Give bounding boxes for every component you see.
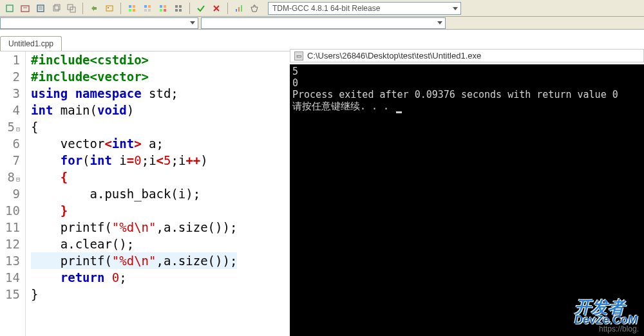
navigation-bar: [0, 17, 644, 30]
toolbar-icon-2[interactable]: [18, 2, 32, 15]
console-line: 5: [292, 66, 641, 77]
code-line[interactable]: {: [31, 118, 237, 135]
code-line[interactable]: printf("%d\n",a.size());: [31, 219, 237, 236]
code-line[interactable]: #include<vector>: [31, 68, 237, 85]
svg-rect-1: [21, 6, 29, 12]
svg-rect-22: [160, 9, 162, 12]
svg-rect-28: [236, 9, 237, 12]
code-line[interactable]: printf("%d\n",a.size());: [31, 252, 237, 269]
code-line[interactable]: {: [31, 169, 237, 185]
console-panel: ▭ C:\Users\26846\Desktop\test\test\Untit…: [290, 51, 644, 336]
file-tabs: Untitled1.cpp: [0, 30, 644, 51]
watermark-url: https://blog.: [599, 324, 639, 333]
rebuild-icon[interactable]: [171, 2, 185, 15]
line-number: 7: [0, 152, 20, 169]
code-line[interactable]: for(int i=0;i<5;i++): [31, 152, 237, 169]
function-selector[interactable]: [201, 17, 446, 29]
code-line[interactable]: using namespace std;: [31, 85, 237, 102]
watermark-logo: 开发者 DevZe.CoM: [574, 296, 638, 327]
code-line[interactable]: vector<int> a;: [31, 135, 237, 152]
line-number: 8⊟: [0, 169, 20, 185]
code-line[interactable]: int main(void): [31, 102, 237, 118]
svg-rect-15: [133, 9, 135, 12]
line-number: 12: [0, 236, 20, 252]
toolbar-separator: [227, 3, 228, 14]
console-path: C:\Users\26846\Desktop\test\test\Untitle…: [307, 51, 481, 61]
svg-rect-26: [175, 9, 178, 12]
svg-rect-12: [129, 5, 131, 8]
compiler-selector[interactable]: TDM-GCC 4.8.1 64-bit Release: [268, 2, 461, 15]
console-output[interactable]: 50Process exited after 0.09376 seconds w…: [290, 64, 644, 336]
debug-cancel-icon[interactable]: [209, 2, 223, 15]
line-number-gutter: 12345⊟678⊟9101112131415: [0, 51, 26, 336]
line-number: 14: [0, 269, 20, 286]
run-icon[interactable]: [140, 2, 155, 15]
svg-rect-18: [144, 9, 147, 12]
svg-rect-27: [179, 9, 182, 12]
code-line[interactable]: a.clear();: [31, 236, 237, 252]
code-line[interactable]: #include<cstdio>: [31, 51, 237, 68]
svg-rect-13: [133, 5, 135, 8]
code-line[interactable]: return 0;: [31, 269, 237, 286]
main-area: 12345⊟678⊟9101112131415 #include<cstdio>…: [0, 51, 644, 336]
line-number: 4: [0, 102, 20, 118]
svg-rect-20: [160, 5, 162, 8]
console-line: 请按任意键继续. . .: [292, 100, 641, 113]
code-line[interactable]: a.push_back(i);: [31, 185, 237, 202]
code-line[interactable]: }: [31, 202, 237, 219]
debug-check-icon[interactable]: [194, 2, 208, 15]
svg-rect-19: [148, 9, 151, 12]
svg-rect-29: [238, 7, 240, 12]
toolbar-separator: [120, 3, 121, 14]
console-line: 0: [292, 77, 641, 89]
toolbar-icon-5[interactable]: [64, 2, 79, 15]
svg-rect-6: [53, 6, 59, 11]
compile-icon[interactable]: [125, 2, 139, 15]
line-number: 10: [0, 202, 20, 219]
line-number: 11: [0, 219, 20, 236]
clean-icon[interactable]: [247, 2, 261, 15]
main-toolbar: TDM-GCC 4.8.1 64-bit Release: [0, 0, 644, 17]
toolbar-separator: [189, 3, 190, 14]
line-number: 6: [0, 135, 20, 152]
svg-rect-10: [106, 6, 113, 11]
code-line[interactable]: }: [31, 286, 237, 303]
toolbar-icon-4[interactable]: [49, 2, 63, 15]
class-selector[interactable]: [0, 17, 198, 29]
fold-toggle-icon[interactable]: ⊟: [16, 126, 20, 133]
svg-rect-21: [164, 5, 166, 8]
svg-rect-17: [148, 5, 151, 8]
console-line: Process exited after 0.09376 seconds wit…: [292, 89, 641, 100]
line-number: 13: [0, 252, 20, 269]
svg-rect-7: [55, 5, 60, 10]
svg-rect-3: [37, 5, 44, 12]
compile-run-icon[interactable]: [156, 2, 170, 15]
compiler-label: TDM-GCC 4.8.1 64-bit Release: [272, 4, 380, 13]
console-cursor: [396, 111, 402, 113]
toolbar-icon-6[interactable]: [87, 2, 101, 15]
svg-rect-11: [108, 7, 109, 8]
svg-rect-24: [175, 5, 178, 8]
file-tab-active[interactable]: Untitled1.cpp: [0, 36, 62, 51]
console-window-icon: ▭: [294, 51, 303, 61]
code-editor[interactable]: 12345⊟678⊟9101112131415 #include<cstdio>…: [0, 51, 290, 336]
toolbar-icon-7[interactable]: [102, 2, 117, 15]
toolbar-icon-1[interactable]: [3, 2, 17, 15]
code-content[interactable]: #include<cstdio>#include<vector>using na…: [26, 51, 237, 336]
toolbar-separator: [82, 3, 83, 14]
svg-rect-30: [241, 5, 242, 12]
console-titlebar[interactable]: ▭ C:\Users\26846\Desktop\test\test\Untit…: [290, 49, 644, 62]
svg-rect-14: [129, 9, 131, 12]
svg-rect-23: [164, 9, 166, 12]
svg-rect-0: [6, 5, 13, 12]
line-number: 2: [0, 68, 20, 85]
line-number: 3: [0, 85, 20, 102]
toolbar-icon-3[interactable]: [33, 2, 48, 15]
fold-toggle-icon[interactable]: ⊟: [16, 176, 20, 183]
line-number: 5⊟: [0, 118, 20, 135]
svg-rect-25: [179, 5, 182, 8]
line-number: 9: [0, 185, 20, 202]
svg-rect-16: [144, 5, 147, 8]
line-number: 1: [0, 51, 20, 68]
profile-icon[interactable]: [232, 2, 246, 15]
